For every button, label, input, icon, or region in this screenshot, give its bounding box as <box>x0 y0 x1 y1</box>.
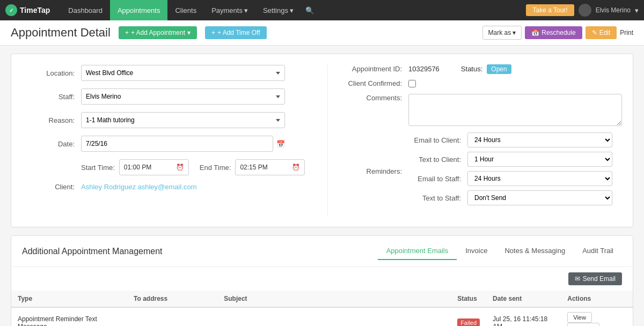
appt-id-value: 10329576 <box>408 65 440 73</box>
nav-dashboard[interactable]: Dashboard <box>61 0 110 20</box>
cell-actions: View Resend <box>561 307 633 326</box>
dropdown-arrow: ▾ <box>187 29 191 36</box>
status-badge: Open <box>487 64 511 74</box>
tour-button[interactable]: Take a Tour! <box>526 4 574 16</box>
tab-notes-messaging[interactable]: Notes & Messaging <box>496 242 574 260</box>
end-time-value: 02:15 PM <box>240 164 267 171</box>
right-column: Appointment ID: 10329576 Status: Open Cl… <box>327 65 622 216</box>
status-label-text: Status: <box>461 65 482 73</box>
main-content: Location: West Blvd Office Staff: Elvis … <box>0 46 644 326</box>
send-email-button[interactable]: ✉ Send Email <box>568 272 622 285</box>
edit-icon: ✎ <box>592 29 597 36</box>
cell-type: Appointment Reminder Text Messsage <box>11 307 127 326</box>
nav-payments-label: Payments <box>211 6 243 14</box>
email-client-row: Email to Client: 24 Hours <box>408 132 622 147</box>
user-name: Elvis Merino <box>596 6 631 14</box>
add-appointment-button[interactable]: + + Add Appointment ▾ <box>119 26 197 39</box>
location-select[interactable]: West Blvd Office <box>81 65 285 81</box>
table-body: Appointment Reminder Text Messsage Faile… <box>11 307 633 326</box>
text-client-label: Text to Client: <box>408 155 467 164</box>
header-right-actions: Mark as ▾ 📅 Reschedule ✎ Edit Print <box>482 26 633 40</box>
tab-audit-trail[interactable]: Audit Trail <box>574 242 622 260</box>
page-title: Appointment Detail <box>11 26 111 40</box>
nav-payments[interactable]: Payments ▾ <box>204 0 255 20</box>
email-staff-select[interactable]: 24 Hours <box>467 171 612 186</box>
nav-clients[interactable]: Clients <box>167 0 204 20</box>
page-header: Appointment Detail + + Add Appointment ▾… <box>0 20 644 46</box>
nav-settings-label: Settings <box>263 6 288 14</box>
staff-select[interactable]: Elvis Merino <box>81 88 285 105</box>
email-client-label: Email to Client: <box>408 136 467 144</box>
send-email-label: Send Email <box>583 275 616 283</box>
col-subject: Subject <box>217 291 451 307</box>
text-staff-label: Text to Staff: <box>408 194 467 202</box>
tab-invoice[interactable]: Invoice <box>457 242 496 260</box>
client-name-link[interactable]: Ashley Rodriguez <box>81 183 136 191</box>
clock-icon: + <box>211 29 215 36</box>
appt-id-row: Appointment ID: 10329576 Status: Open <box>339 65 622 73</box>
nav-items: Dashboard Appointments Clients Payments … <box>61 0 526 20</box>
nav-appointments[interactable]: Appointments <box>110 0 168 20</box>
client-label: Client: <box>22 183 81 191</box>
print-button[interactable]: Print <box>620 29 633 36</box>
email-staff-row: Email to Staff: 24 Hours <box>408 171 622 186</box>
reminders-header-row: Reminders: Email to Client: 24 Hours Tex… <box>339 132 622 210</box>
reschedule-button[interactable]: 📅 Reschedule <box>525 26 582 39</box>
tab-appointment-emails[interactable]: Appointment Emails <box>378 242 457 260</box>
end-time-label: End Time: <box>200 164 231 172</box>
edit-label: Edit <box>599 29 611 36</box>
start-time-group: Start Time: 01:00 PM ⏰ <box>81 159 189 175</box>
col-to: To address <box>127 291 217 307</box>
start-time-value: 01:00 PM <box>124 164 151 171</box>
detail-grid: Location: West Blvd Office Staff: Elvis … <box>22 65 622 216</box>
reason-row: Reason: 1-1 Math tutoring <box>22 112 317 128</box>
client-row: Client: Ashley Rodriguez ashley@email.co… <box>22 183 317 191</box>
col-type: Type <box>11 291 127 307</box>
plus-icon: + <box>125 29 129 36</box>
logo-text: TimeTap <box>20 6 50 14</box>
text-client-select[interactable]: 1 Hour <box>467 152 612 167</box>
reschedule-label: Reschedule <box>541 29 575 36</box>
email-staff-label: Email to Staff: <box>408 175 467 183</box>
date-label: Date: <box>22 140 81 148</box>
end-time-input[interactable]: 02:15 PM ⏰ <box>235 159 305 175</box>
mark-as-button[interactable]: Mark as ▾ <box>482 26 522 40</box>
lower-header: Additional Appointment Management Appoin… <box>11 236 633 267</box>
calendar-icon[interactable]: 📅 <box>276 140 285 148</box>
email-icon: ✉ <box>575 275 580 283</box>
appointment-detail-card: Location: West Blvd Office Staff: Elvis … <box>11 54 633 227</box>
left-column: Location: West Blvd Office Staff: Elvis … <box>22 65 317 216</box>
comments-row: Comments: <box>339 94 622 126</box>
status-badge: Failed <box>457 318 480 326</box>
tabs: Appointment Emails Invoice Notes & Messa… <box>378 242 622 260</box>
reason-select[interactable]: 1-1 Math tutoring <box>81 112 285 128</box>
col-status: Status <box>451 291 486 307</box>
lower-card: Additional Appointment Management Appoin… <box>11 235 633 326</box>
view-button[interactable]: View <box>567 312 592 323</box>
lower-actions: ✉ Send Email <box>11 267 633 291</box>
logo[interactable]: ✓ TimeTap <box>5 4 50 16</box>
comments-label: Comments: <box>339 94 408 102</box>
reason-label: Reason: <box>22 116 81 124</box>
appt-id-label: Appointment ID: <box>339 65 408 73</box>
confirmed-label: Client Confirmed: <box>339 79 408 87</box>
user-dropdown-icon[interactable]: ▾ <box>635 6 639 14</box>
email-client-select[interactable]: 24 Hours <box>467 132 612 147</box>
text-staff-row: Text to Staff: Don't Send <box>408 190 622 205</box>
client-email-link[interactable]: ashley@email.com <box>138 183 197 191</box>
resend-button[interactable]: Resend <box>567 323 599 326</box>
confirmed-checkbox[interactable] <box>408 80 416 87</box>
chevron-down-icon: ▾ <box>244 6 248 14</box>
date-input[interactable]: 7/25/16 <box>81 136 273 152</box>
edit-button[interactable]: ✎ Edit <box>586 26 617 39</box>
text-staff-select[interactable]: Don't Send <box>467 190 612 205</box>
comments-textarea[interactable] <box>408 94 622 126</box>
add-time-off-button[interactable]: + + Add Time Off <box>205 26 267 39</box>
text-client-row: Text to Client: 1 Hour <box>408 152 622 167</box>
confirmed-row: Client Confirmed: <box>339 79 622 87</box>
location-row: Location: West Blvd Office <box>22 65 317 81</box>
nav-settings[interactable]: Settings ▾ <box>255 0 301 20</box>
start-time-input[interactable]: 01:00 PM ⏰ <box>119 159 189 175</box>
cell-date-sent: Jul 25, 16 11:45:18 AM <box>486 307 561 326</box>
search-icon[interactable]: 🔍 <box>301 6 318 14</box>
